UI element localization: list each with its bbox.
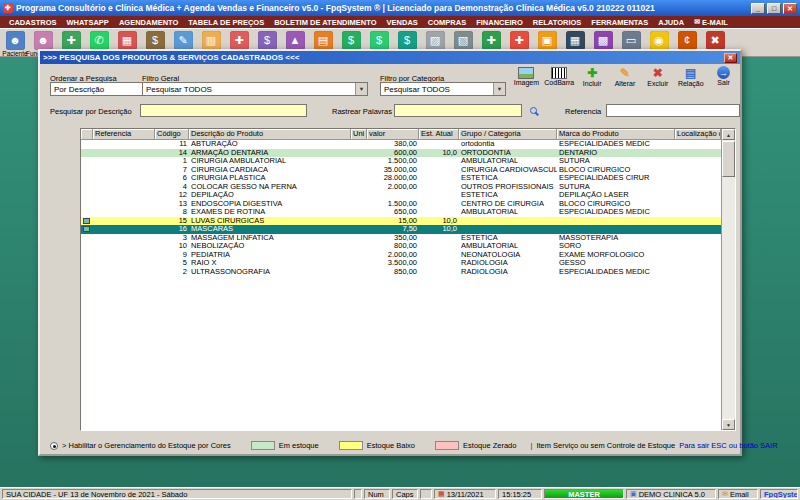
search-icon[interactable]	[526, 104, 540, 117]
chevron-down-icon[interactable]: ▼	[493, 83, 505, 95]
table-row[interactable]: 2ULTRASSONOGRAFIA850,00RADIOLOGIAESPECIA…	[81, 268, 721, 277]
table-row[interactable]: 5RAIO X3.500,00RADIOLOGIAGESSO	[81, 259, 721, 268]
imagem-button[interactable]: Imagem	[510, 65, 543, 88]
excluir-button[interactable]: ✖Excluir	[641, 65, 674, 88]
toolbar-button-calculadora[interactable]: ▦	[562, 30, 588, 50]
table-row[interactable]: 12DEPILAÇÃOESTETICADEPILAÇÃO LASER	[81, 191, 721, 200]
menu-item-whatsapp[interactable]: WHATSAPP	[62, 18, 114, 27]
table-row[interactable]: 1CIRURGIA AMBULATORIAL1.500,00AMBULATORI…	[81, 157, 721, 166]
toolbar-button-brindes[interactable]: ▩	[590, 30, 616, 50]
track-words-label: Rastrear Palavras	[332, 107, 392, 116]
status-email[interactable]: ✉ Email	[718, 489, 758, 499]
track-words-input[interactable]	[394, 104, 522, 117]
table-row[interactable]: 16MASCARAS7,5010,0	[81, 225, 721, 234]
vertical-scrollbar[interactable]: ▲ ▼	[721, 129, 735, 430]
table-row[interactable]: 13ENDOSCOPIA DIGESTIVA1.500,00CENTRO DE …	[81, 200, 721, 209]
table-row[interactable]: 8EXAMES DE ROTINA650,00AMBULATORIALESPEC…	[81, 208, 721, 217]
emergencia-icon: ✚	[510, 31, 529, 50]
cell-codigo: 16	[155, 225, 189, 234]
toolbar-button-pesquisa[interactable]: ◉	[646, 30, 672, 50]
cell-marca: DEPILAÇÃO LASER	[557, 191, 675, 200]
dialog-titlebar[interactable]: >>> PESQUISA DOS PRODUTOS & SERVIÇOS CAD…	[40, 51, 740, 64]
toolbar-button-vendas[interactable]: $	[338, 30, 364, 50]
column-header-descricao[interactable]: Descrição do Produto	[189, 129, 351, 140]
cell-marca: SUTURA	[557, 183, 675, 192]
cell-uni	[351, 251, 367, 260]
toolbar-button-recebimentos[interactable]: $	[366, 30, 392, 50]
toolbar-button-pagamentos[interactable]: $	[394, 30, 420, 50]
reference-input[interactable]	[606, 104, 740, 117]
sair-button[interactable]: →Sair	[707, 65, 740, 88]
cell-valor: 650,00	[367, 208, 419, 217]
column-header-localizacao[interactable]: Localização do Produto	[675, 129, 721, 140]
table-row[interactable]: 3MASSAGEM LINFATICA350,00ESTETICAMASSOTE…	[81, 234, 721, 243]
toolbar-button-fichas[interactable]: ▥	[198, 30, 224, 50]
toolbar-button-saude[interactable]: ✚	[478, 30, 504, 50]
toolbar-button-notas[interactable]: ▧	[450, 30, 476, 50]
toolbar-button-sair[interactable]: ✖	[702, 30, 728, 50]
alterar-button[interactable]: ✎Alterar	[609, 65, 642, 88]
toolbar-button-medicos[interactable]: ✚	[58, 30, 84, 50]
menu-item-email[interactable]: ✉E-MAIL	[689, 18, 733, 27]
toolbar-button-arquivos[interactable]: ▤	[310, 30, 336, 50]
menu-item-ajuda[interactable]: AJUDA	[653, 18, 689, 27]
menu-item-financeiro[interactable]: FINANCEIRO	[471, 18, 528, 27]
toolbar-button-documentos[interactable]: ▣	[534, 30, 560, 50]
close-icon[interactable]: ✕	[783, 3, 797, 14]
dialog-close-icon[interactable]: ✕	[724, 53, 737, 63]
general-filter-select[interactable]: Pesquisar TODOS ▼	[142, 82, 368, 96]
table-row[interactable]: 14ARMAÇÃO DENTARIA600,0010,0ORTODONTIADE…	[81, 149, 721, 158]
menu-item-boletim-de-atendimento[interactable]: BOLETIM DE ATENDIMENTO	[269, 18, 381, 27]
toolbar-button-agenda[interactable]: ▦	[114, 30, 140, 50]
search-description-input[interactable]	[140, 104, 307, 117]
table-row[interactable]: 7CIRURGIA CARDIACA35.000,00CIRURGIA CARD…	[81, 166, 721, 175]
column-header-ind[interactable]	[81, 129, 93, 140]
column-header-referencia[interactable]: Referencia	[93, 129, 155, 140]
toolbar-button-moedas[interactable]: ¢	[674, 30, 700, 50]
toolbar-button-boletim[interactable]: ✎	[170, 30, 196, 50]
menu-item-vendas[interactable]: VENDAS	[382, 18, 423, 27]
table-row[interactable]: 4COLOCAR GESSO NA PERNA2.000,00OUTROS PR…	[81, 183, 721, 192]
column-header-grupo[interactable]: Grupo / Categoria	[459, 129, 557, 140]
column-header-marca[interactable]: Marca do Produto	[557, 129, 675, 140]
menu-item-compras[interactable]: COMPRAS	[423, 18, 471, 27]
table-row[interactable]: 6CIRURGIA PLASTICA28.000,00ESTETICAESPEC…	[81, 174, 721, 183]
scrollbar-thumb[interactable]	[722, 141, 735, 177]
dialog-title: >>> PESQUISA DOS PRODUTOS & SERVIÇOS CAD…	[43, 53, 299, 62]
codbarra-button[interactable]: CodBarra	[543, 65, 576, 88]
maximize-icon[interactable]: □	[767, 3, 781, 14]
menu-item-relatorios[interactable]: RELATORIOS	[528, 18, 586, 27]
table-row[interactable]: 9PEDIATRIA2.000,00NEONATOLOGIAEXAME MORF…	[81, 251, 721, 260]
category-filter-select[interactable]: Pesquisar TODOS ▼	[380, 82, 506, 96]
cell-localizacao	[675, 242, 721, 251]
toolbar-button-graficos[interactable]: ▲	[282, 30, 308, 50]
menu-item-cadastros[interactable]: CADASTROS	[4, 18, 62, 27]
cell-est	[419, 140, 459, 149]
column-header-codigo[interactable]: Código	[155, 129, 189, 140]
scroll-down-icon[interactable]: ▼	[722, 419, 735, 430]
cell-uni	[351, 140, 367, 149]
stock-color-radio[interactable]	[50, 442, 58, 450]
column-header-uni[interactable]: Uni	[351, 129, 367, 140]
toolbar-button-impressao[interactable]: ▭	[618, 30, 644, 50]
minimize-icon[interactable]: _	[751, 3, 765, 14]
incluir-button[interactable]: ✚Incluir	[576, 65, 609, 88]
relacao-button[interactable]: ▤Relação	[674, 65, 707, 88]
scroll-up-icon[interactable]: ▲	[722, 129, 735, 140]
column-header-est[interactable]: Est. Atual	[419, 129, 459, 140]
toolbar-button-prontuarios[interactable]: ✚	[226, 30, 252, 50]
toolbar-button-emergencia[interactable]: ✚	[506, 30, 532, 50]
table-row[interactable]: 15LUVAS CIRURGICAS15,0010,0	[81, 217, 721, 226]
toolbar-button-tabela-precos[interactable]: $	[254, 30, 280, 50]
toolbar-button-recibos[interactable]: ▨	[422, 30, 448, 50]
menu-item-ferramentas[interactable]: FERRAMENTAS	[586, 18, 653, 27]
toolbar-button-pacientes[interactable]: ☻Paciente	[2, 30, 28, 57]
menu-item-tabela-de-precos[interactable]: TABELA DE PREÇOS	[183, 18, 269, 27]
toolbar-button-whatsapp[interactable]: ✆	[86, 30, 112, 50]
chevron-down-icon[interactable]: ▼	[355, 83, 367, 95]
toolbar-button-caixa[interactable]: $	[142, 30, 168, 50]
menu-item-agendamento[interactable]: AGENDAMENTO	[114, 18, 183, 27]
column-header-valor[interactable]: valor	[367, 129, 419, 140]
table-row[interactable]: 11ABTURAÇÃO380,00ortodontiaESPECIALIDADE…	[81, 140, 721, 149]
table-row[interactable]: 10NEBOLIZAÇÃO800,00AMBULATORIALSORO	[81, 242, 721, 251]
